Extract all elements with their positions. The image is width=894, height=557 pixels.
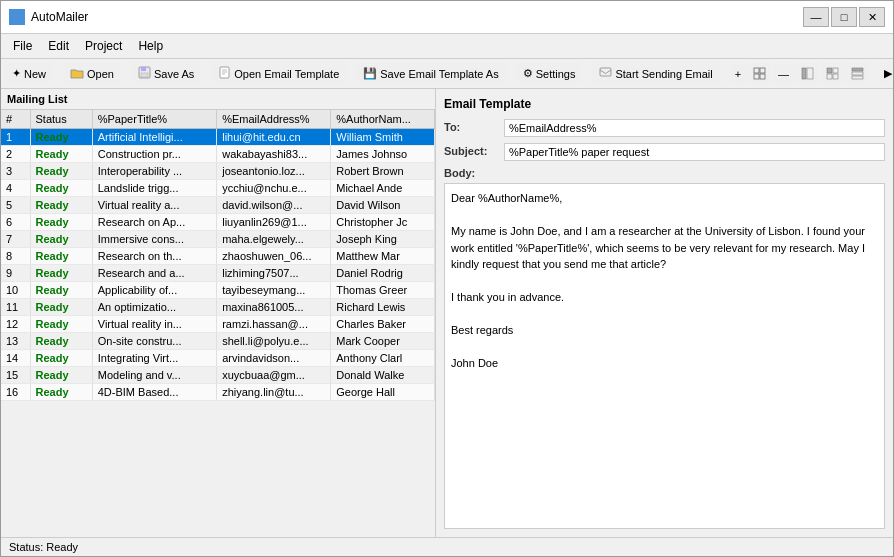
table-row[interactable]: 11ReadyAn optimizatio...maxina861005...R… xyxy=(1,299,435,316)
open-icon xyxy=(70,67,84,81)
row-num: 15 xyxy=(1,367,30,384)
menu-project[interactable]: Project xyxy=(77,36,130,56)
menu-help[interactable]: Help xyxy=(130,36,171,56)
col3-button[interactable] xyxy=(846,63,869,84)
table-row[interactable]: 3ReadyInteroperability ...joseantonio.lo… xyxy=(1,163,435,180)
author-name: Daniel Rodrig xyxy=(331,265,435,282)
author-name: Joseph King xyxy=(331,231,435,248)
svg-rect-21 xyxy=(852,76,863,79)
table-row[interactable]: 10ReadyApplicability of...tayibeseymang.… xyxy=(1,282,435,299)
maximize-button[interactable]: □ xyxy=(831,7,857,27)
svg-rect-0 xyxy=(11,12,23,21)
table-row[interactable]: 15ReadyModeling and v...xuycbuaa@gm...Do… xyxy=(1,367,435,384)
menu-edit[interactable]: Edit xyxy=(40,36,77,56)
svg-rect-10 xyxy=(760,68,765,73)
settings-button[interactable]: ⚙ Settings xyxy=(516,63,583,84)
mailing-list-header: Mailing List xyxy=(1,89,435,110)
email-address: wakabayashi83... xyxy=(217,146,331,163)
email-address: maha.elgewely... xyxy=(217,231,331,248)
mailing-list-table-container[interactable]: # Status %PaperTitle% %EmailAddress% %Au… xyxy=(1,110,435,537)
author-name: Charles Baker xyxy=(331,316,435,333)
row-num: 6 xyxy=(1,214,30,231)
open-template-button[interactable]: Open Email Template xyxy=(211,62,346,85)
email-address: arvindavidson... xyxy=(217,350,331,367)
menu-bar: File Edit Project Help xyxy=(1,34,893,59)
svg-rect-12 xyxy=(760,74,765,79)
body-label: Body: xyxy=(444,167,885,179)
to-value[interactable]: %EmailAddress% xyxy=(504,119,885,137)
menu-file[interactable]: File xyxy=(5,36,40,56)
row-num: 7 xyxy=(1,231,30,248)
toolbar: ✦ New Open Save As Open Email Template 💾 xyxy=(1,59,893,89)
table-row[interactable]: 1ReadyArtificial Intelligi...lihui@hit.e… xyxy=(1,129,435,146)
email-address: liuyanlin269@1... xyxy=(217,214,331,231)
svg-rect-8 xyxy=(600,68,611,76)
table-row[interactable]: 12ReadyVirtual reality in...ramzi.hassan… xyxy=(1,316,435,333)
main-window: AutoMailer — □ ✕ File Edit Project Help … xyxy=(0,0,894,557)
paper-title: On-site constru... xyxy=(92,333,216,350)
settings-icon: ⚙ xyxy=(523,67,533,80)
table-row[interactable]: 7ReadyImmersive cons...maha.elgewely...J… xyxy=(1,231,435,248)
minus-button[interactable]: — xyxy=(773,64,794,84)
subject-field: Subject: %PaperTitle% paper request xyxy=(444,143,885,161)
row-num: 2 xyxy=(1,146,30,163)
close-button[interactable]: ✕ xyxy=(859,7,885,27)
svg-rect-11 xyxy=(754,74,759,79)
svg-rect-18 xyxy=(833,74,838,79)
email-template-header: Email Template xyxy=(444,97,885,111)
table-row[interactable]: 4ReadyLandslide trigg...ycchiu@nchu.e...… xyxy=(1,180,435,197)
status-cell: Ready xyxy=(30,367,92,384)
table-row[interactable]: 16Ready4D-BIM Based...zhiyang.lin@tu...G… xyxy=(1,384,435,401)
status-cell: Ready xyxy=(30,214,92,231)
minimize-button[interactable]: — xyxy=(803,7,829,27)
table-row[interactable]: 6ReadyResearch on Ap...liuyanlin269@1...… xyxy=(1,214,435,231)
col-header-author: %AuthorNam... xyxy=(331,110,435,129)
status-cell: Ready xyxy=(30,350,92,367)
author-name: William Smith xyxy=(331,129,435,146)
status-cell: Ready xyxy=(30,333,92,350)
start-sending-button[interactable]: Start Sending Email xyxy=(592,62,719,85)
save-template-button[interactable]: 💾 Save Email Template As xyxy=(356,63,505,84)
table-row[interactable]: 14ReadyIntegrating Virt...arvindavidson.… xyxy=(1,350,435,367)
new-button[interactable]: ✦ New xyxy=(5,63,53,84)
right-panel: Email Template To: %EmailAddress% Subjec… xyxy=(436,89,893,537)
row-num: 11 xyxy=(1,299,30,316)
paper-title: Modeling and v... xyxy=(92,367,216,384)
grid-button[interactable] xyxy=(748,63,771,84)
email-address: zhiyang.lin@tu... xyxy=(217,384,331,401)
settings-label: Settings xyxy=(536,68,576,80)
email-address: shell.li@polyu.e... xyxy=(217,333,331,350)
row-num: 8 xyxy=(1,248,30,265)
window-title: AutoMailer xyxy=(31,10,803,24)
subject-value[interactable]: %PaperTitle% paper request xyxy=(504,143,885,161)
save-as-button[interactable]: Save As xyxy=(131,62,201,85)
row-num: 3 xyxy=(1,163,30,180)
open-button[interactable]: Open xyxy=(63,63,121,85)
status-cell: Ready xyxy=(30,231,92,248)
email-address: ycchiu@nchu.e... xyxy=(217,180,331,197)
col1-button[interactable] xyxy=(796,63,819,84)
email-address: lihui@hit.edu.cn xyxy=(217,129,331,146)
svg-rect-9 xyxy=(754,68,759,73)
author-name: Mark Cooper xyxy=(331,333,435,350)
open-template-icon xyxy=(218,66,231,81)
body-content[interactable]: Dear %AuthorName%, My name is John Doe, … xyxy=(444,183,885,529)
table-row[interactable]: 9ReadyResearch and a...lizhiming7507...D… xyxy=(1,265,435,282)
table-row[interactable]: 8ReadyResearch on th...zhaoshuwen_06...M… xyxy=(1,248,435,265)
start-sending-label: Start Sending Email xyxy=(615,68,712,80)
author-name: Thomas Greer xyxy=(331,282,435,299)
status-cell: Ready xyxy=(30,282,92,299)
main-content: Mailing List # Status %PaperTitle% %Emai… xyxy=(1,89,893,537)
row-num: 12 xyxy=(1,316,30,333)
table-row[interactable]: 13ReadyOn-site constru...shell.li@polyu.… xyxy=(1,333,435,350)
play-button[interactable]: ▶ xyxy=(879,63,893,84)
status-bar: Status: Ready xyxy=(1,537,893,556)
paper-title: Landslide trigg... xyxy=(92,180,216,197)
add-button[interactable]: + xyxy=(730,64,746,84)
row-num: 9 xyxy=(1,265,30,282)
table-row[interactable]: 5ReadyVirtual reality a...david.wilson@.… xyxy=(1,197,435,214)
col2-button[interactable] xyxy=(821,63,844,84)
row-num: 16 xyxy=(1,384,30,401)
table-row[interactable]: 2ReadyConstruction pr...wakabayashi83...… xyxy=(1,146,435,163)
start-sending-icon xyxy=(599,66,612,81)
